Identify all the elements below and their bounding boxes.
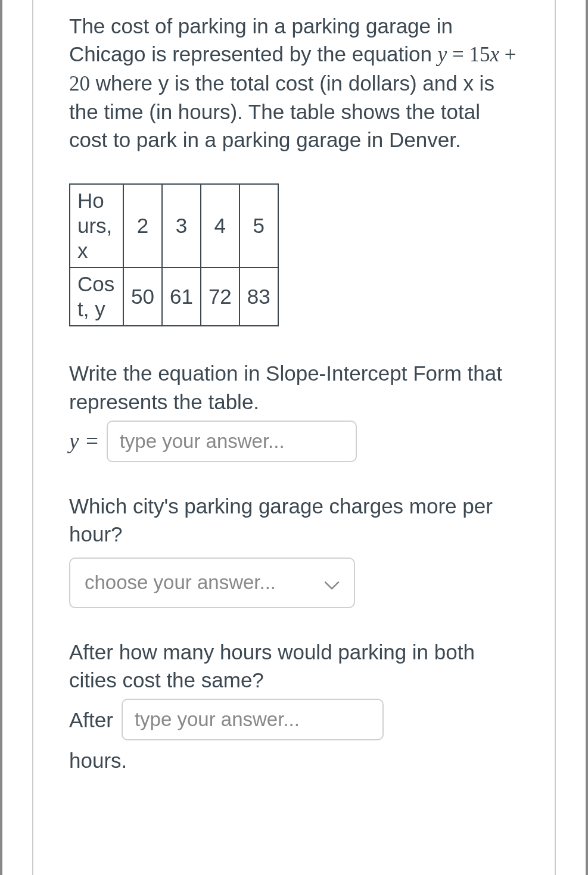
q1-answer-input[interactable] xyxy=(107,421,357,462)
table-row: Hours,x 2 3 4 5 xyxy=(70,184,278,267)
table-cell: 4 xyxy=(201,184,239,267)
q2-answer-select[interactable]: choose your answer... xyxy=(69,558,355,608)
q3-prompt: After how many hours would parking in bo… xyxy=(69,638,519,695)
equation-lhs: y xyxy=(438,43,447,66)
problem-text-2: where y is the total cost (in dollars) a… xyxy=(69,71,494,152)
table-cell: 50 xyxy=(123,267,162,326)
problem-text-1: The cost of parking in a parking garage … xyxy=(69,14,453,66)
table-cell: 83 xyxy=(239,267,278,326)
problem-statement: The cost of parking in a parking garage … xyxy=(69,12,519,154)
hours-header: Hours,x xyxy=(70,184,123,267)
q2-prompt: Which city's parking garage charges more… xyxy=(69,492,519,549)
equation-equals: = xyxy=(447,43,469,66)
q3-suffix: hours. xyxy=(69,746,519,774)
q3-answer-input[interactable] xyxy=(122,699,384,740)
table-cell: 2 xyxy=(123,184,162,267)
cost-header: Cost, y xyxy=(70,267,123,326)
table-cell: 3 xyxy=(162,184,201,267)
q1-prompt: Write the equation in Slope-Intercept Fo… xyxy=(69,359,519,416)
table-cell: 5 xyxy=(239,184,278,267)
table-row: Cost, y 50 61 72 83 xyxy=(70,267,278,326)
denver-cost-table: Hours,x 2 3 4 5 Cost, y 50 61 72 83 xyxy=(69,183,279,326)
table-cell: 61 xyxy=(162,267,201,326)
q1-prefix: y = xyxy=(69,426,99,456)
table-cell: 72 xyxy=(201,267,239,326)
q3-prefix: After xyxy=(69,706,113,734)
